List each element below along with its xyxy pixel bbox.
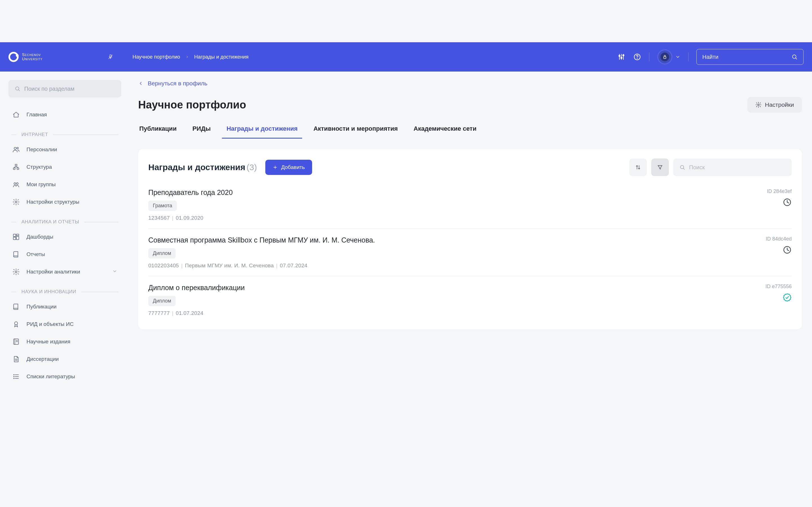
item-meta-part: 01.09.2020 [175, 215, 203, 221]
page-head: Научное портфолио Настройки [138, 97, 802, 113]
logo-block: Sechenov University [8, 52, 116, 62]
dashboard-icon [12, 233, 20, 240]
tab[interactable]: Награды и достижения [225, 121, 299, 138]
award-item[interactable]: Совместная программа Skillbox с Первым М… [148, 229, 792, 276]
user-menu[interactable] [657, 49, 680, 64]
sidebar-item[interactable]: Публикации [8, 298, 121, 316]
global-search-input[interactable] [702, 54, 788, 60]
svg-line-44 [683, 168, 684, 169]
item-badge: Диплом [148, 248, 175, 259]
list-icon [12, 373, 20, 380]
header-actions [617, 49, 804, 65]
svg-rect-24 [16, 236, 19, 240]
sidebar-item[interactable]: Персоналии [8, 141, 121, 158]
item-meta-part: 7777777 [148, 310, 170, 316]
tab[interactable]: РИДы [191, 121, 212, 138]
item-meta-part: 07.07.2024 [280, 263, 307, 269]
clock-icon [783, 245, 792, 255]
tab[interactable]: Академические сети [412, 121, 477, 138]
sidebar-item-label: Настройки структуры [27, 199, 79, 205]
settings-button-label: Настройки [765, 101, 794, 108]
sidebar-search[interactable] [8, 80, 121, 98]
sidebar-item-label: Списки литературы [27, 374, 75, 380]
award-item[interactable]: Диплом о переквалификацииДиплом7777777|0… [148, 276, 792, 324]
svg-point-21 [15, 201, 17, 203]
sidebar-item[interactable]: Отчеты [8, 245, 121, 263]
search-icon [15, 86, 20, 92]
panel-search[interactable] [673, 159, 792, 176]
sidebar-item[interactable]: Настройки аналитики [8, 263, 121, 281]
item-title: Совместная программа Skillbox с Первым М… [148, 236, 375, 244]
svg-point-40 [758, 104, 759, 106]
settings-button[interactable]: Настройки [748, 97, 802, 113]
item-id: ID e775556 [765, 284, 792, 290]
chevron-left-icon [138, 81, 143, 86]
svg-line-13 [18, 90, 19, 91]
sliders-icon [617, 53, 625, 61]
book-icon [12, 303, 20, 311]
home-icon [12, 111, 20, 118]
lock-icon [662, 54, 668, 60]
pin-button[interactable] [105, 52, 116, 62]
item-meta-part: 0102203405 [148, 263, 179, 269]
awards-list: Преподаватель года 2020Грамота1234567|01… [148, 181, 792, 324]
svg-rect-25 [13, 237, 16, 240]
awards-panel: Награды и достижения (3) Добавить [138, 149, 802, 329]
sidebar-item[interactable]: Дашборды [8, 228, 121, 245]
search-icon [679, 165, 685, 170]
sidebar-item-label: Настройки аналитики [27, 269, 80, 275]
award-item[interactable]: Преподаватель года 2020Грамота1234567|01… [148, 181, 792, 229]
panel-search-input[interactable] [689, 164, 785, 171]
sidebar-item[interactable]: Настройки структуры [8, 193, 121, 211]
sidebar-section-title: ИНТРАНЕТ [8, 132, 121, 137]
global-search[interactable] [696, 49, 804, 65]
help-button[interactable] [633, 53, 641, 61]
sidebar-item[interactable]: РИД и объекты ИС [8, 316, 121, 333]
item-title: Диплом о переквалификации [148, 284, 245, 292]
gear-icon [12, 198, 20, 206]
brand-line2: University [22, 57, 43, 61]
sidebar-item[interactable]: Мои группы [8, 176, 121, 193]
back-link[interactable]: Вернуться в профиль [138, 80, 802, 87]
filter-button[interactable] [651, 159, 669, 176]
medal-icon [12, 321, 20, 328]
breadcrumb: Научное портфолио Награды и достижения [133, 54, 248, 60]
svg-point-8 [637, 58, 637, 59]
help-icon [633, 53, 641, 61]
breadcrumb-root[interactable]: Научное портфолио [133, 54, 180, 60]
item-id: ID 84dc4ed [766, 236, 792, 242]
sidebar-section-title: АНАЛИТИКА И ОТЧЕТЫ [8, 219, 121, 225]
sidebar: Главная ИНТРАНЕТПерсоналииСтруктураМои г… [0, 71, 130, 397]
sidebar-item[interactable]: Структура [8, 158, 121, 176]
svg-point-14 [14, 147, 16, 150]
avatar [657, 49, 672, 64]
sidebar-item[interactable]: Научные издания [8, 333, 121, 350]
tab[interactable]: Активности и мероприятия [312, 121, 399, 138]
brand-logo-icon [8, 52, 18, 62]
sidebar-item-home[interactable]: Главная [8, 106, 121, 123]
sort-button[interactable] [629, 159, 647, 176]
sidebar-item[interactable]: Диссертации [8, 350, 121, 368]
add-button[interactable]: Добавить [265, 160, 312, 175]
svg-point-26 [15, 271, 17, 273]
clock-icon [783, 198, 792, 207]
svg-point-19 [14, 183, 16, 185]
tab[interactable]: Публикации [138, 121, 177, 138]
svg-rect-22 [13, 234, 16, 237]
breadcrumb-leaf[interactable]: Награды и достижения [194, 54, 249, 60]
svg-point-39 [13, 378, 14, 379]
app-header: Sechenov University Научное портфолио На… [0, 42, 812, 71]
users-icon [12, 146, 20, 153]
sidebar-section-title: НАУКА И ИННОВАЦИИ [8, 289, 121, 295]
svg-point-37 [13, 374, 14, 375]
panel-title: Награды и достижения [148, 163, 245, 172]
divider [649, 52, 649, 61]
svg-point-15 [17, 147, 18, 149]
chevron-down-icon [675, 54, 680, 59]
sidebar-item[interactable]: Списки литературы [8, 368, 121, 385]
adjustments-button[interactable] [617, 53, 625, 61]
sidebar-search-input[interactable] [24, 86, 115, 92]
sidebar-item-label: Публикации [27, 304, 57, 310]
item-meta-part: 1234567 [148, 215, 170, 221]
panel-head: Награды и достижения (3) Добавить [148, 159, 792, 176]
